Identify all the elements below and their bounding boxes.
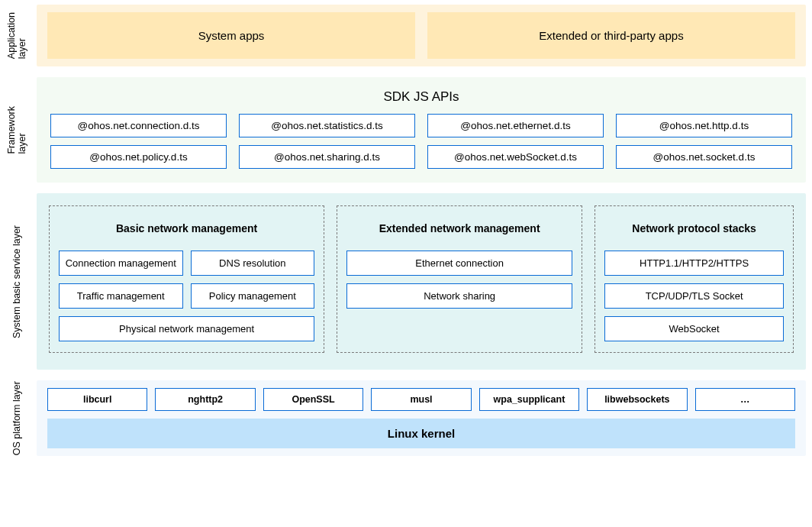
service-layer-label: System basic service layer [6, 193, 27, 370]
api-item: @ohos.net.connection.d.ts [50, 114, 227, 137]
lib-item: … [695, 388, 795, 411]
application-layer-row: Applicationlayer System apps Extended or… [6, 5, 806, 66]
linux-kernel-box: Linux kernel [47, 419, 795, 448]
service-item: HTTP1.1/HTTP2/HTTPS [604, 251, 784, 276]
libs-grid: libcurl nghttp2 OpenSSL musl wpa_supplic… [47, 388, 795, 411]
framework-layer: SDK JS APIs @ohos.net.connection.d.ts @o… [37, 77, 806, 183]
api-item: @ohos.net.statistics.d.ts [239, 114, 415, 137]
lib-item: libwebsockets [587, 388, 687, 411]
service-item: TCP/UDP/TLS Socket [604, 283, 784, 309]
api-item: @ohos.net.webSocket.d.ts [427, 145, 604, 169]
service-layer: Basic network management Connection mana… [37, 193, 806, 370]
service-item: Physical network management [59, 316, 314, 341]
network-protocol-stacks-box: Network protocol stacks HTTP1.1/HTTP2/HT… [594, 205, 794, 353]
os-layer: libcurl nghttp2 OpenSSL musl wpa_supplic… [37, 380, 806, 456]
lib-item: nghttp2 [155, 388, 255, 411]
framework-layer-row: Frameworklayer SDK JS APIs @ohos.net.con… [6, 77, 806, 183]
service-item: WebSocket [604, 316, 784, 341]
service-item: Ethernet connection [346, 251, 572, 276]
system-apps-box: System apps [47, 12, 415, 59]
service-item: Policy management [191, 283, 315, 309]
service-layer-row: System basic service layer Basic network… [6, 193, 806, 370]
lib-item: wpa_supplicant [479, 388, 579, 411]
basic-network-management-box: Basic network management Connection mana… [49, 205, 324, 353]
api-item: @ohos.net.sharing.d.ts [239, 145, 415, 169]
group-title: Extended network management [346, 214, 572, 243]
framework-layer-label: Frameworklayer [6, 77, 27, 183]
extended-network-management-box: Extended network management Ethernet con… [337, 205, 582, 353]
api-item: @ohos.net.socket.d.ts [616, 145, 792, 169]
api-grid: @ohos.net.connection.d.ts @ohos.net.stat… [47, 114, 795, 175]
sdk-apis-title: SDK JS APIs [47, 85, 795, 114]
service-item: Connection management [59, 251, 183, 276]
lib-item: libcurl [47, 388, 147, 411]
api-item: @ohos.net.ethernet.d.ts [427, 114, 604, 137]
service-item: Traffic management [59, 283, 183, 309]
lib-item: OpenSSL [263, 388, 363, 411]
application-layer: System apps Extended or third-party apps [37, 5, 806, 66]
api-item: @ohos.net.policy.d.ts [50, 145, 227, 169]
api-item: @ohos.net.http.d.ts [616, 114, 792, 137]
third-party-apps-box: Extended or third-party apps [427, 12, 795, 59]
group-title: Basic network management [59, 214, 314, 243]
service-item: DNS resolution [191, 251, 315, 276]
lib-item: musl [371, 388, 471, 411]
os-layer-row: OS platform layer libcurl nghttp2 OpenSS… [6, 380, 806, 456]
os-layer-label: OS platform layer [6, 380, 27, 456]
group-title: Network protocol stacks [604, 214, 784, 243]
application-layer-label: Applicationlayer [6, 5, 27, 66]
service-item: Network sharing [346, 283, 572, 309]
